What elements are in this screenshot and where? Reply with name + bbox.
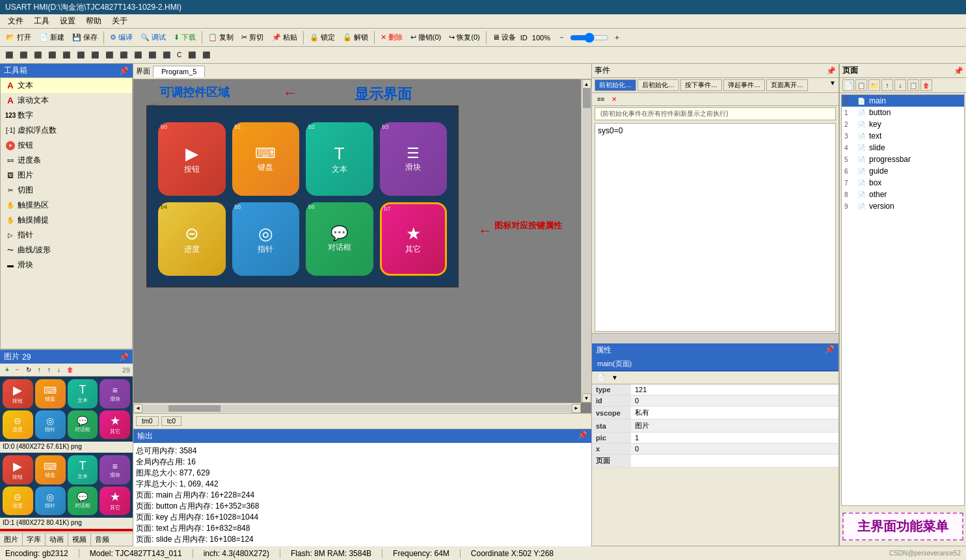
new-button[interactable]: 📄 新建 (36, 31, 68, 44)
zoom-plus[interactable]: ＋ (610, 31, 624, 44)
menu-help[interactable]: 帮助 (81, 14, 107, 28)
tool-capture[interactable]: ✋ 触摸捕提 (1, 213, 132, 228)
align-btn-15[interactable]: ⬛ (200, 50, 213, 60)
thumb-slider[interactable]: ≡ 滑块 (100, 379, 130, 408)
pic-delete[interactable]: 🗑 (64, 365, 76, 375)
pages-down[interactable]: ↓ (894, 79, 906, 91)
debug-button[interactable]: 🔍 调试 (137, 31, 169, 44)
align-btn-7[interactable]: ⬛ (88, 50, 101, 60)
event-tab-pageleave[interactable]: 页面离开… (766, 79, 808, 91)
pages-add[interactable]: 📄 (842, 79, 854, 91)
tool-slider[interactable]: ▬ 滑块 (1, 258, 132, 273)
page-item-progressbar[interactable]: 5 📄 progressbar (842, 153, 964, 165)
align-btn-8[interactable]: ⬛ (103, 50, 116, 60)
thumb2-pointer[interactable]: ◎ 指针 (35, 487, 66, 516)
thumb-progress[interactable]: ⊝ 进度 (3, 410, 33, 440)
page-item-other[interactable]: 8 📄 other (842, 189, 964, 200)
tab-video[interactable]: 视频 (68, 533, 91, 546)
thumb2-keyboard[interactable]: ⌨ 键盘 (35, 455, 66, 485)
pic-refresh[interactable]: ↻ (23, 365, 34, 375)
hmi-screen[interactable]: b0 ▶ 按钮 b1 ⌨ 键盘 b2 T 文本 (146, 105, 459, 287)
menu-file[interactable]: 文件 (3, 14, 29, 28)
cut-button[interactable]: ✂ 剪切 (238, 31, 267, 44)
props-btn-1[interactable]: 📄 (595, 373, 608, 382)
event-tab-dropdown[interactable]: ▼ (829, 79, 836, 91)
hmi-btn-b5[interactable]: b5 ◎ 指针 (232, 202, 300, 276)
tool-curve[interactable]: 〜 曲线/波形 (1, 243, 132, 258)
page-item-key[interactable]: 2 📄 key (842, 118, 964, 130)
code-btn-clear[interactable]: ✕ (609, 94, 619, 104)
pic-up[interactable]: ↑ (45, 365, 53, 375)
thumb-dialog[interactable]: 💬 对话框 (68, 410, 98, 440)
page-item-text[interactable]: 3 📄 text (842, 130, 964, 142)
menu-about[interactable]: 关于 (107, 14, 133, 28)
align-btn-14[interactable]: ⬛ (185, 50, 198, 60)
tool-pointer[interactable]: ▷ 指针 (1, 228, 132, 243)
undo-button[interactable]: ↩ 撤销(0) (407, 31, 445, 44)
pic-add[interactable]: + (3, 365, 12, 375)
tool-image[interactable]: 🖼 图片 (1, 168, 132, 183)
hscroll-right[interactable]: ► (572, 404, 581, 413)
tool-text[interactable]: A 文本 (1, 78, 132, 93)
zoom-slider[interactable] (570, 33, 609, 43)
thumb2-other[interactable]: ★ 其它 (100, 487, 130, 516)
hmi-btn-b2[interactable]: b2 T 文本 (306, 122, 373, 196)
copy-button[interactable]: 📋 复制 (205, 31, 237, 44)
tab-audio[interactable]: 音频 (91, 533, 113, 546)
paste-button[interactable]: 📌 粘贴 (269, 31, 301, 44)
align-btn-6[interactable]: ⬛ (74, 50, 87, 60)
vscroll-down[interactable]: ▼ (582, 393, 591, 403)
thumb2-button[interactable]: ▶ 按钮 (3, 455, 33, 485)
page-item-main[interactable]: 0 📄 main (842, 95, 964, 107)
tool-progress[interactable]: ≡≡ 进度条 (1, 153, 132, 168)
prop-val-x[interactable]: 0 (631, 444, 839, 455)
align-btn-3[interactable]: ⬛ (31, 50, 44, 60)
event-tab-release[interactable]: 弹起事件… (723, 79, 765, 91)
tool-button[interactable]: ● 按钮 (1, 138, 132, 153)
tab-animation[interactable]: 动画 (46, 533, 68, 546)
align-btn-10[interactable]: ⬛ (131, 50, 144, 60)
pages-copy2[interactable]: 📋 (907, 79, 919, 91)
toolbox-pin[interactable]: 📌 (119, 66, 129, 75)
unlock-button[interactable]: 🔓 解锁 (340, 31, 371, 44)
thumb-button[interactable]: ▶ 按钮 (3, 379, 33, 408)
pic-export[interactable]: ↑ (35, 365, 44, 375)
tool-number[interactable]: 123 数字 (1, 108, 132, 123)
zoom-100[interactable]: 100% (529, 33, 554, 43)
pages-delete[interactable]: 🗑 (920, 79, 932, 91)
device-button[interactable]: 🖥 设备 (489, 31, 519, 44)
tab-pictures[interactable]: 图片 (0, 533, 23, 546)
align-btn-13[interactable]: C (174, 50, 184, 60)
output-pin[interactable]: 📌 (578, 431, 587, 442)
tool-hotspot[interactable]: ✋ 触摸热区 (1, 198, 132, 213)
pictures-pin[interactable]: 📌 (119, 353, 129, 362)
pic-down[interactable]: ↓ (55, 365, 63, 375)
zoom-minus[interactable]: － (555, 31, 569, 44)
prop-val-sta[interactable]: 图片 (631, 420, 839, 433)
event-code-area[interactable]: sys0=0 (595, 123, 836, 332)
thumb-other[interactable]: ★ 其它 (100, 410, 130, 440)
tool-scrolltext[interactable]: A 滚动文本 (1, 93, 132, 108)
prop-val-vscope[interactable]: 私有 (631, 407, 839, 420)
align-btn-1[interactable]: ⬛ (3, 50, 16, 60)
compile-button[interactable]: ⚙ 编译 (107, 31, 136, 44)
prop-val-id[interactable]: 0 (631, 395, 839, 407)
pages-up[interactable]: ↑ (881, 79, 893, 91)
prop-val-pic[interactable]: 1 (631, 433, 839, 444)
thumb2-progress[interactable]: ⊝ 进度 (3, 487, 33, 516)
page-item-box[interactable]: 7 📄 box (842, 177, 964, 189)
page-item-guide[interactable]: 6 📄 guide (842, 165, 964, 177)
hscroll-left[interactable]: ◄ (133, 404, 142, 413)
thumb2-text[interactable]: T 文本 (68, 455, 98, 485)
lock-button[interactable]: 🔒 锁定 (306, 31, 338, 44)
hmi-btn-b4[interactable]: b4 ⊝ 进度 (158, 202, 226, 276)
hmi-btn-b6[interactable]: b6 💬 对话框 (306, 202, 373, 276)
align-btn-11[interactable]: ⬛ (146, 50, 159, 60)
menu-tools[interactable]: 工具 (29, 14, 55, 28)
redo-button[interactable]: ↪ 恢复(0) (446, 31, 483, 44)
bottom-tab-tm0[interactable]: tm0 (136, 416, 159, 426)
hmi-btn-b1[interactable]: b1 ⌨ 键盘 (232, 122, 300, 196)
event-tab-postinit[interactable]: 后初始化… (637, 79, 679, 91)
props-btn-2[interactable]: ▼ (609, 373, 621, 382)
align-btn-12[interactable]: ⬛ (160, 50, 173, 60)
